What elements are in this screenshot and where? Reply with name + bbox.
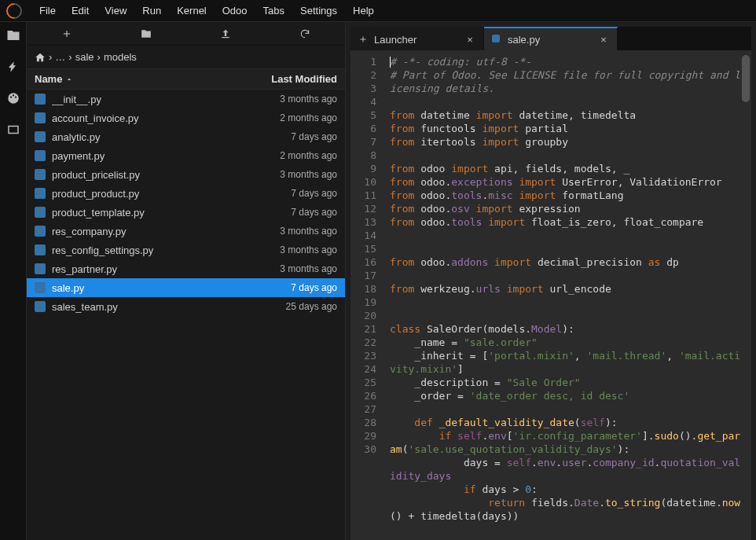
menu-item[interactable]: View (97, 5, 134, 17)
line-number: 7 (350, 135, 376, 149)
file-row[interactable]: __init__.py3 months ago (27, 90, 345, 108)
file-row[interactable]: sale.py7 days ago (27, 278, 345, 297)
tab-label: Launcher (374, 34, 458, 46)
code-line[interactable]: from odoo import api, fields, models, _ (390, 162, 745, 175)
line-number: 19 (350, 296, 376, 309)
file-list-header[interactable]: Name Last Modified (27, 69, 345, 90)
breadcrumb[interactable]: › … › sale › models (27, 46, 345, 69)
folder-icon[interactable] (6, 28, 20, 42)
file-row[interactable]: product_template.py7 days ago (27, 203, 345, 222)
code-line[interactable]: from odoo.tools import float_is_zero, fl… (390, 215, 745, 229)
column-name[interactable]: Name (35, 73, 62, 85)
jupyter-logo-icon (3, 0, 25, 22)
file-row[interactable]: product_product.py7 days ago (27, 184, 345, 203)
code-line[interactable] (390, 296, 745, 309)
close-icon[interactable]: × (464, 34, 475, 46)
menu-item[interactable]: Help (345, 5, 382, 17)
line-number: 14 (350, 229, 376, 242)
code-line[interactable] (390, 242, 745, 255)
code-line[interactable]: if days > 0: (390, 483, 745, 496)
code-line[interactable]: from odoo.tools.misc import formatLang (390, 189, 745, 202)
running-icon[interactable] (6, 60, 20, 74)
line-number: 29 (350, 429, 376, 443)
line-number: 1 (350, 55, 376, 68)
line-number: 28 (350, 416, 376, 429)
code-line[interactable]: from datetime import datetime, timedelta (390, 108, 745, 122)
python-file-icon (35, 150, 46, 161)
menu-item[interactable]: Settings (292, 5, 345, 17)
editor-scrollbar[interactable] (742, 55, 750, 102)
file-row[interactable]: sales_team.py25 days ago (27, 297, 345, 316)
menu-item[interactable]: Edit (64, 5, 97, 17)
home-icon[interactable] (35, 52, 46, 63)
plus-icon (358, 35, 368, 44)
code-area[interactable]: # -*- coding: utf-8 -*-# Part of Odoo. S… (384, 50, 751, 540)
close-icon[interactable]: × (598, 34, 609, 46)
tab[interactable]: sale.py× (484, 27, 618, 50)
code-line[interactable]: from odoo.osv import expression (390, 202, 745, 215)
menu-item[interactable]: File (31, 5, 64, 17)
new-folder-button[interactable] (106, 22, 185, 45)
file-name: sales_team.py (52, 301, 235, 313)
file-name: account_invoice.py (52, 112, 235, 124)
code-line[interactable]: _description = "Sale Order" (390, 376, 745, 389)
code-line[interactable]: # -*- coding: utf-8 -*- (390, 55, 745, 68)
file-name: product_product.py (52, 188, 235, 200)
code-line[interactable]: _order = 'date_order desc, id desc' (390, 389, 745, 402)
file-row[interactable]: res_company.py3 months ago (27, 222, 345, 241)
code-line[interactable] (390, 95, 745, 108)
code-line[interactable] (390, 309, 745, 322)
breadcrumb-dots[interactable]: … (55, 51, 65, 63)
refresh-button[interactable] (266, 22, 345, 45)
code-line[interactable]: if self.env['ir.config_parameter'].sudo(… (390, 429, 745, 456)
file-name: sale.py (52, 282, 235, 294)
python-file-icon (35, 282, 46, 293)
code-line[interactable]: from odoo.exceptions import UserError, V… (390, 175, 745, 189)
code-line[interactable]: def _default_validity_date(self): (390, 416, 745, 429)
file-row[interactable]: res_partner.py3 months ago (27, 259, 345, 278)
file-row[interactable]: account_invoice.py2 months ago (27, 108, 345, 127)
python-file-icon (35, 263, 46, 274)
code-line[interactable]: _inherit = ['portal.mixin', 'mail.thread… (390, 349, 745, 376)
breadcrumb-part[interactable]: sale (75, 51, 94, 63)
line-number: 25 (350, 376, 376, 389)
code-line[interactable]: _name = "sale.order" (390, 336, 745, 349)
column-modified[interactable]: Last Modified (235, 73, 337, 85)
code-line[interactable]: from itertools import groupby (390, 135, 745, 149)
code-line[interactable] (390, 269, 745, 282)
line-number: 30 (350, 443, 376, 456)
tabs-icon[interactable] (6, 123, 20, 137)
code-line[interactable]: class SaleOrder(models.Model): (390, 322, 745, 336)
code-line[interactable]: return fields.Date.to_string(datetime.no… (390, 496, 745, 523)
menu-item[interactable]: Tabs (255, 5, 292, 17)
code-line[interactable] (390, 402, 745, 416)
line-number: 24 (350, 362, 376, 376)
new-launcher-button[interactable] (27, 22, 106, 45)
file-row[interactable]: product_pricelist.py3 months ago (27, 165, 345, 184)
code-line[interactable]: from werkzeug.urls import url_encode (390, 282, 745, 296)
code-line[interactable]: from functools import partial (390, 122, 745, 135)
code-line[interactable] (390, 229, 745, 242)
line-number: 15 (350, 242, 376, 255)
breadcrumb-sep: › (68, 51, 72, 63)
code-line[interactable]: days = self.env.user.company_id.quotatio… (390, 456, 745, 483)
file-name: product_pricelist.py (52, 169, 235, 181)
menu-item[interactable]: Odoo (215, 5, 255, 17)
menu-item[interactable]: Run (134, 5, 169, 17)
breadcrumb-part[interactable]: models (104, 51, 137, 63)
file-modified: 3 months ago (235, 263, 337, 274)
file-row[interactable]: payment.py2 months ago (27, 146, 345, 165)
code-line[interactable]: from odoo.addons import decimal_precisio… (390, 255, 745, 269)
file-row[interactable]: res_config_settings.py3 months ago (27, 241, 345, 259)
code-editor[interactable]: 1234567891011121314151617181920212223242… (350, 50, 751, 540)
file-name: payment.py (52, 150, 235, 162)
code-line[interactable] (390, 149, 745, 162)
palette-icon[interactable] (6, 91, 20, 105)
menu-item[interactable]: Kernel (169, 5, 215, 17)
line-number: 20 (350, 309, 376, 322)
tab[interactable]: Launcher× (350, 27, 484, 50)
code-line[interactable]: # Part of Odoo. See LICENSE file for ful… (390, 68, 745, 95)
upload-button[interactable] (186, 22, 266, 45)
file-row[interactable]: analytic.py7 days ago (27, 127, 345, 146)
sort-asc-icon (65, 75, 73, 83)
